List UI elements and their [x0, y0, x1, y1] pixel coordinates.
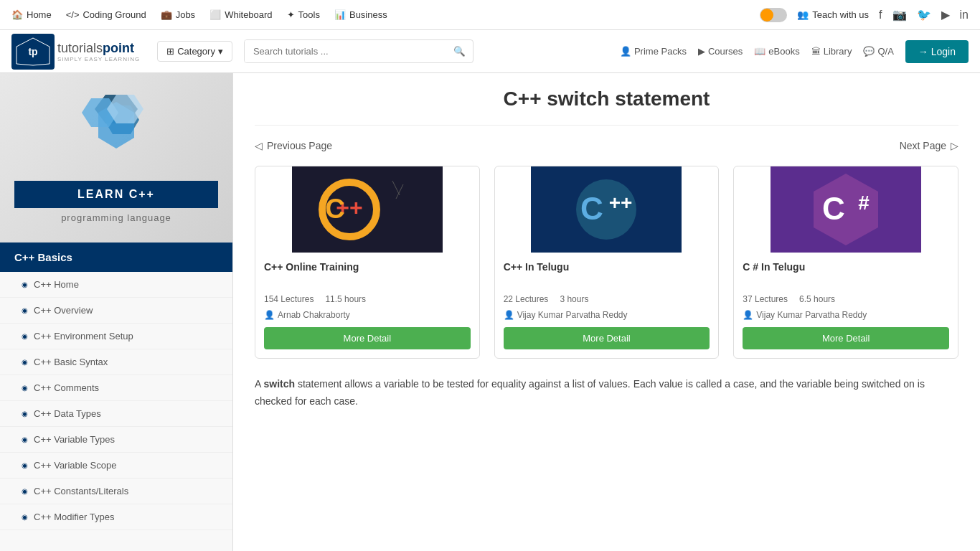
search-bar: 🔍 [244, 39, 473, 63]
course-meta: 37 Lectures 6.5 hours [743, 294, 949, 304]
bullet-icon: ◉ [22, 358, 28, 366]
whiteboard-icon: ⬜ [209, 9, 221, 20]
hours-count: 11.5 hours [325, 294, 366, 304]
next-page-button[interactable]: Next Page ▷ [900, 140, 958, 151]
logo-text-bold: point [103, 41, 134, 55]
nav-tools[interactable]: ✦ Tools [287, 9, 320, 20]
more-detail-button[interactable]: More Detail [264, 327, 471, 349]
sidebar-item[interactable]: ◉C++ Environment Setup [0, 324, 232, 349]
nav-qa[interactable]: 💬 Q/A [863, 46, 893, 57]
nav-jobs[interactable]: 💼 Jobs [161, 9, 195, 20]
next-icon: ▷ [951, 140, 958, 151]
sidebar-sublabel: programming language [61, 208, 171, 227]
svg-text:tp: tp [28, 46, 37, 57]
bullet-icon: ◉ [22, 332, 28, 340]
business-icon: 📊 [334, 9, 346, 20]
sidebar-item[interactable]: ◉C++ Basic Syntax [0, 349, 232, 375]
coding-icon: </> [66, 9, 80, 20]
sidebar-item[interactable]: ◉C++ Modifier Types [0, 504, 232, 530]
nav-library[interactable]: 🏛 Library [811, 46, 852, 57]
login-button[interactable]: → Login [905, 40, 969, 63]
body-wrap: LEARN C++ programming language C++ Basic… [0, 73, 980, 551]
more-detail-button[interactable]: More Detail [504, 327, 710, 349]
theme-toggle[interactable] [760, 8, 787, 22]
home-icon: 🏠 [11, 9, 23, 20]
linkedin-icon[interactable]: in [960, 9, 969, 22]
category-dropdown[interactable]: ⊞ Category ▾ [157, 41, 232, 62]
instagram-icon[interactable]: 📷 [892, 8, 907, 22]
search-icon: 🔍 [453, 46, 466, 57]
lectures-count: 154 Lectures [264, 294, 314, 304]
course-author: 👤 Vijay Kumar Parvatha Reddy [743, 310, 949, 320]
bullet-icon: ◉ [22, 384, 28, 392]
sidebar-item[interactable]: ◉C++ Variable Types [0, 427, 232, 453]
nav-courses[interactable]: ▶ Courses [698, 46, 743, 57]
main-nav-right: 👤 Prime Packs ▶ Courses 📖 eBooks 🏛 Libra… [620, 40, 969, 63]
svg-text:C: C [581, 191, 604, 226]
sidebar-item[interactable]: ◉C++ Comments [0, 375, 232, 401]
sidebar-item[interactable]: ◉C++ Variable Scope [0, 453, 232, 479]
course-card: C # C # In Telugu 37 Lectures 6.5 hours … [733, 166, 958, 359]
course-body: C++ Online Training 154 Lectures 11.5 ho… [255, 253, 479, 358]
course-card: ++ C C++ Online Training 154 Lectures 11… [255, 166, 480, 359]
page-title: C++ switch statement [255, 88, 958, 126]
course-thumbnail: C ++ [495, 166, 719, 253]
sidebar-item[interactable]: ◉C++ Data Types [0, 401, 232, 427]
nav-prime-packs[interactable]: 👤 Prime Packs [620, 46, 687, 57]
nav-home[interactable]: 🏠 Home [11, 9, 52, 20]
author-icon: 👤 [264, 310, 275, 320]
facebook-icon[interactable]: f [879, 9, 882, 22]
twitter-icon[interactable]: 🐦 [917, 8, 931, 22]
logo-box: tp [11, 34, 55, 70]
nav-teach[interactable]: 👥 Teach with us [797, 9, 869, 20]
bullet-icon: ◉ [22, 513, 28, 521]
courses-grid: ++ C C++ Online Training 154 Lectures 11… [255, 166, 958, 359]
svg-text:++: ++ [609, 192, 633, 214]
top-nav: 🏠 Home </> Coding Ground 💼 Jobs ⬜ Whiteb… [0, 0, 980, 30]
nav-ebooks[interactable]: 📖 eBooks [754, 46, 799, 57]
pagination-bar: ◁ Previous Page Next Page ▷ [255, 140, 958, 151]
hours-count: 3 hours [560, 294, 588, 304]
main-nav: tp tutorialspoint SIMPLY EASY LEARNING ⊞… [0, 30, 980, 73]
tools-icon: ✦ [287, 9, 295, 20]
logo-sub: SIMPLY EASY LEARNING [57, 56, 140, 62]
sidebar-hero: LEARN C++ programming language [0, 73, 232, 242]
course-title: C # In Telugu [743, 261, 949, 287]
nav-business[interactable]: 📊 Business [334, 9, 387, 20]
search-button[interactable]: 🔍 [446, 40, 473, 62]
lectures-count: 22 Lectures [504, 294, 549, 304]
author-icon: 👤 [504, 310, 514, 320]
search-input[interactable] [245, 40, 446, 62]
course-body: C # In Telugu 37 Lectures 6.5 hours 👤 Vi… [734, 253, 958, 358]
sidebar-item[interactable]: ◉C++ Overview [0, 298, 232, 324]
qa-icon: 💬 [863, 46, 875, 57]
svg-text:C: C [325, 194, 344, 224]
more-detail-button[interactable]: More Detail [743, 327, 949, 349]
grid-icon: ⊞ [166, 46, 174, 57]
toggle-thumb [760, 9, 773, 22]
bullet-icon: ◉ [22, 487, 28, 495]
sidebar-item[interactable]: ◉C++ Constants/Literals [0, 479, 232, 504]
bullet-icon: ◉ [22, 281, 28, 288]
main-content: C++ switch statement ◁ Previous Page Nex… [233, 73, 980, 551]
sidebar-item[interactable]: ◉C++ Home [0, 272, 232, 298]
chevron-down-icon: ▾ [218, 46, 223, 57]
sidebar-items: ◉C++ Home◉C++ Overview◉C++ Environment S… [0, 272, 232, 530]
cpp-logo-art [66, 88, 166, 174]
nav-whiteboard[interactable]: ⬜ Whiteboard [209, 9, 272, 20]
sidebar-active-item[interactable]: C++ Basics [0, 242, 232, 272]
logo[interactable]: tp tutorialspoint SIMPLY EASY LEARNING [11, 34, 140, 70]
course-thumbnail: ++ C [255, 166, 479, 253]
bullet-icon: ◉ [22, 461, 28, 469]
toggle-track[interactable] [760, 8, 787, 22]
courses-icon: ▶ [698, 46, 705, 57]
top-nav-right: 👥 Teach with us f 📷 🐦 ▶ in [760, 8, 969, 22]
youtube-icon[interactable]: ▶ [941, 8, 950, 22]
bullet-icon: ◉ [22, 306, 28, 314]
course-card: C ++ C++ In Telugu 22 Lectures 3 hours 👤… [494, 166, 720, 359]
teach-icon: 👥 [797, 9, 809, 20]
prev-page-button[interactable]: ◁ Previous Page [255, 140, 332, 151]
nav-coding-ground[interactable]: </> Coding Ground [66, 9, 146, 20]
learn-cpp-button[interactable]: LEARN C++ [14, 181, 218, 208]
svg-rect-7 [292, 166, 443, 253]
